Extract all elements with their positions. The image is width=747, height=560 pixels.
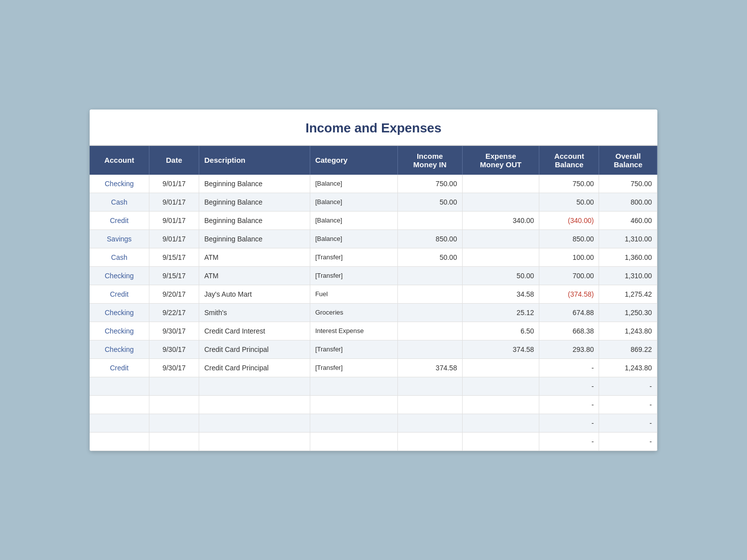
cell-date — [149, 414, 199, 432]
cell-income — [397, 211, 462, 229]
cell-description: ATM — [199, 266, 310, 285]
cell-income: 850.00 — [397, 229, 462, 248]
cell-description — [199, 395, 310, 414]
cell-account-balance: - — [539, 377, 599, 395]
cell-account-balance: - — [539, 358, 599, 377]
cell-account — [90, 395, 149, 414]
cell-account-balance: 50.00 — [539, 193, 599, 211]
cell-income — [397, 377, 462, 395]
cell-date: 9/01/17 — [149, 193, 199, 211]
cell-expense — [462, 193, 539, 211]
cell-overall-balance: - — [599, 432, 657, 450]
cell-account-balance: - — [539, 432, 599, 450]
cell-category: [Balance] — [310, 175, 397, 193]
cell-account — [90, 432, 149, 450]
cell-expense — [462, 395, 539, 414]
cell-expense: 50.00 — [462, 266, 539, 285]
cell-date: 9/30/17 — [149, 340, 199, 358]
cell-category — [310, 395, 397, 414]
cell-description: Credit Card Principal — [199, 358, 310, 377]
cell-date — [149, 377, 199, 395]
cell-date: 9/22/17 — [149, 303, 199, 322]
col-header-category: Category — [310, 146, 397, 175]
cell-income: 374.58 — [397, 358, 462, 377]
cell-expense: 374.58 — [462, 340, 539, 358]
cell-account-balance: 850.00 — [539, 229, 599, 248]
cell-date: 9/15/17 — [149, 266, 199, 285]
table-row: Credit 9/20/17 Jay's Auto Mart Fuel 34.5… — [90, 285, 657, 303]
cell-account-balance: 750.00 — [539, 175, 599, 193]
table-row: - - — [90, 432, 657, 450]
cell-description: ATM — [199, 248, 310, 266]
cell-category: [Transfer] — [310, 266, 397, 285]
cell-category — [310, 377, 397, 395]
cell-overall-balance: 1,310.00 — [599, 266, 657, 285]
page-title: Income and Expenses — [90, 110, 657, 146]
cell-income — [397, 266, 462, 285]
cell-expense — [462, 414, 539, 432]
cell-expense — [462, 358, 539, 377]
cell-expense — [462, 229, 539, 248]
cell-account: Checking — [90, 175, 149, 193]
table-row: Savings 9/01/17 Beginning Balance [Balan… — [90, 229, 657, 248]
cell-category: [Balance] — [310, 211, 397, 229]
cell-overall-balance: 460.00 — [599, 211, 657, 229]
cell-date: 9/20/17 — [149, 285, 199, 303]
cell-description: Beginning Balance — [199, 211, 310, 229]
cell-account-balance: 100.00 — [539, 248, 599, 266]
cell-overall-balance: 1,243.80 — [599, 358, 657, 377]
cell-expense: 34.58 — [462, 285, 539, 303]
table-row: Cash 9/15/17 ATM [Transfer] 50.00 100.00… — [90, 248, 657, 266]
table-row: Checking 9/30/17 Credit Card Principal [… — [90, 340, 657, 358]
cell-overall-balance: 1,243.80 — [599, 322, 657, 340]
cell-description: Jay's Auto Mart — [199, 285, 310, 303]
cell-category: [Balance] — [310, 193, 397, 211]
cell-description: Beginning Balance — [199, 229, 310, 248]
cell-expense — [462, 175, 539, 193]
cell-overall-balance: 869.22 — [599, 340, 657, 358]
cell-date: 9/01/17 — [149, 211, 199, 229]
cell-expense: 6.50 — [462, 322, 539, 340]
col-header-account-balance: AccountBalance — [539, 146, 599, 175]
col-header-account: Account — [90, 146, 149, 175]
cell-overall-balance: 1,250.30 — [599, 303, 657, 322]
cell-date: 9/15/17 — [149, 248, 199, 266]
cell-date — [149, 432, 199, 450]
cell-date: 9/01/17 — [149, 175, 199, 193]
cell-account — [90, 414, 149, 432]
cell-date: 9/01/17 — [149, 229, 199, 248]
table-row: - - — [90, 414, 657, 432]
cell-account-balance: - — [539, 414, 599, 432]
cell-income: 50.00 — [397, 248, 462, 266]
cell-description: Credit Card Principal — [199, 340, 310, 358]
cell-overall-balance: 1,275.42 — [599, 285, 657, 303]
cell-income: 50.00 — [397, 193, 462, 211]
table-row: Checking 9/15/17 ATM [Transfer] 50.00 70… — [90, 266, 657, 285]
table-row: Checking 9/22/17 Smith's Groceries 25.12… — [90, 303, 657, 322]
cell-category — [310, 432, 397, 450]
cell-overall-balance: 750.00 — [599, 175, 657, 193]
cell-account: Credit — [90, 358, 149, 377]
income-expense-table: Account Date Description Category Income… — [90, 146, 657, 451]
table-header-row: Account Date Description Category Income… — [90, 146, 657, 175]
cell-overall-balance: 800.00 — [599, 193, 657, 211]
cell-date — [149, 395, 199, 414]
cell-income — [397, 414, 462, 432]
cell-account: Cash — [90, 248, 149, 266]
cell-overall-balance: - — [599, 414, 657, 432]
cell-account-balance: 674.88 — [539, 303, 599, 322]
cell-income — [397, 285, 462, 303]
cell-description: Smith's — [199, 303, 310, 322]
cell-account-balance: 293.80 — [539, 340, 599, 358]
cell-date: 9/30/17 — [149, 322, 199, 340]
cell-account: Credit — [90, 285, 149, 303]
main-card: Income and Expenses Account Date Descrip… — [90, 110, 657, 451]
cell-income — [397, 322, 462, 340]
table-row: Checking 9/30/17 Credit Card Interest In… — [90, 322, 657, 340]
cell-expense: 340.00 — [462, 211, 539, 229]
cell-income — [397, 340, 462, 358]
cell-category: Fuel — [310, 285, 397, 303]
cell-account-balance: - — [539, 395, 599, 414]
cell-income: 750.00 — [397, 175, 462, 193]
cell-account: Cash — [90, 193, 149, 211]
